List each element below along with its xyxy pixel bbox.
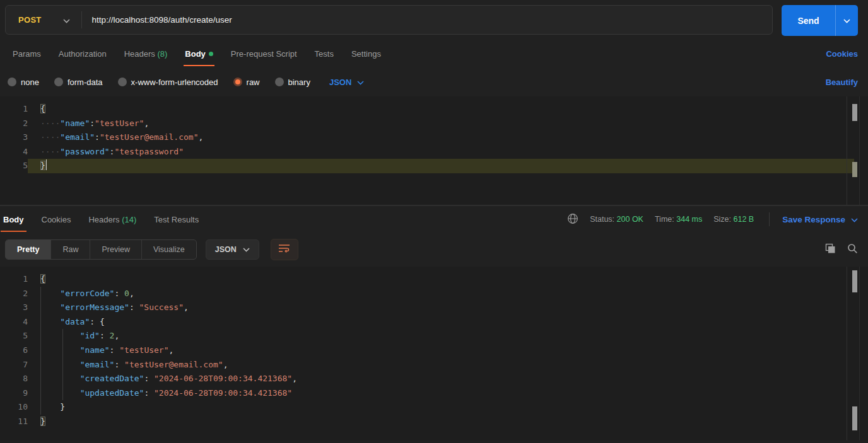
line-number: 2 [0, 117, 28, 131]
copy-button[interactable] [825, 243, 836, 256]
line-number: 1 [0, 102, 28, 117]
search-icon [847, 243, 858, 256]
request-body-editor[interactable]: 1{2····"name":"testUser",3····"email":"t… [0, 96, 868, 205]
line-number: 5 [0, 159, 28, 173]
indent-guide [40, 287, 41, 415]
code-line: 4····"password":"testpassword" [0, 145, 868, 159]
save-response-button[interactable]: Save Response [782, 215, 858, 224]
response-meta-bar: Body Cookies Headers (14) Test Results S… [0, 205, 868, 233]
line-number: 3 [0, 301, 28, 315]
request-code-lines: 1{2····"name":"testUser",3····"email":"t… [0, 96, 868, 173]
word-wrap-button[interactable] [271, 239, 298, 260]
response-tabs: Body Cookies Headers (14) Test Results [0, 207, 208, 233]
view-raw[interactable]: Raw [51, 240, 90, 259]
code-line: 1{ [0, 102, 868, 117]
code-line-content: "data": { [28, 315, 868, 330]
send-button-group: Send [782, 5, 858, 36]
mode-form-data[interactable]: form-data [54, 78, 103, 87]
response-body-editor[interactable]: 1{2 "errorCode": 0,3 "errorMessage": "Su… [0, 267, 868, 440]
code-line-content: ····"name":"testUser", [28, 117, 868, 131]
tab-authorization[interactable]: Authorization [50, 41, 115, 67]
chevron-down-icon [243, 245, 250, 254]
line-number: 9 [0, 386, 28, 401]
code-line-content: } [28, 400, 868, 415]
tab-test-results[interactable]: Test Results [145, 207, 208, 233]
chevron-down-icon [357, 78, 364, 87]
tab-params[interactable]: Params [4, 41, 50, 67]
response-format-dropdown[interactable]: JSON [206, 239, 259, 260]
line-number: 1 [0, 272, 28, 287]
text-cursor [46, 159, 47, 170]
code-line: 5} [0, 159, 868, 173]
mode-x-www-form-urlencoded[interactable]: x-www-form-urlencoded [118, 78, 218, 87]
scrollbar-thumb[interactable] [852, 104, 857, 121]
response-view-toolbar: Pretty Raw Preview Visualize JSON [0, 233, 868, 267]
body-mode-row: none form-data x-www-form-urlencoded raw… [0, 67, 868, 96]
radio-icon [275, 78, 284, 86]
code-line: 2 "errorCode": 0, [0, 287, 868, 301]
url-input[interactable] [82, 6, 772, 34]
method-label: POST [18, 15, 42, 25]
tab-pre-request-script[interactable]: Pre-request Script [222, 41, 306, 67]
size-value: 612 B [734, 215, 754, 224]
headers-count-badge: (8) [157, 49, 167, 59]
code-line-content: "id": 2, [28, 329, 868, 343]
overview-ruler-marker [852, 406, 857, 430]
response-status-area: Status: 200 OK Time: 344 ms Size: 612 B … [567, 212, 858, 226]
chevron-down-icon [843, 16, 850, 25]
view-pretty[interactable]: Pretty [6, 240, 51, 259]
send-button[interactable]: Send [782, 5, 835, 36]
search-button[interactable] [847, 243, 858, 256]
code-line-content: "name": "testUser", [28, 343, 868, 358]
line-number: 4 [0, 145, 28, 159]
code-line-content: ····"email":"testUser@email.com", [28, 130, 868, 145]
code-line-content: ····"password":"testpassword" [28, 145, 868, 159]
chevron-down-icon [851, 215, 858, 224]
tab-headers[interactable]: Headers (8) [115, 41, 177, 67]
active-tab-underline [184, 65, 214, 66]
tab-response-body[interactable]: Body [0, 207, 33, 233]
tab-response-headers[interactable]: Headers (14) [79, 207, 145, 233]
send-options-button[interactable] [835, 5, 858, 36]
view-visualize[interactable]: Visualize [142, 240, 196, 259]
globe-icon[interactable] [567, 213, 578, 226]
code-line: 6 "name": "testUser", [0, 343, 868, 358]
line-number: 6 [0, 343, 28, 358]
tab-settings[interactable]: Settings [343, 41, 390, 67]
mode-raw[interactable]: raw [233, 78, 260, 87]
cookies-link[interactable]: Cookies [826, 49, 858, 59]
time-value: 344 ms [676, 215, 702, 224]
line-number: 2 [0, 287, 28, 301]
body-modified-dot [209, 52, 213, 56]
view-preview[interactable]: Preview [90, 240, 141, 259]
response-tools [825, 243, 858, 256]
scrollbar-thumb[interactable] [852, 270, 857, 292]
beautify-link[interactable]: Beautify [826, 78, 858, 87]
mode-none[interactable]: none [8, 78, 39, 87]
radio-icon [118, 78, 127, 86]
tab-tests[interactable]: Tests [306, 41, 343, 67]
request-tabs: Params Authorization Headers (8) Body Pr… [0, 40, 868, 67]
code-line: 10 } [0, 400, 868, 415]
line-number: 3 [0, 130, 28, 145]
method-dropdown[interactable]: POST [6, 14, 81, 26]
chevron-down-icon [63, 14, 70, 26]
code-line-content: } [28, 415, 868, 429]
url-bar: POST [5, 5, 773, 35]
line-number: 5 [0, 329, 28, 343]
code-line-content: { [28, 272, 868, 287]
body-format-dropdown[interactable]: JSON [329, 78, 364, 87]
tab-body[interactable]: Body [176, 41, 222, 67]
indent-guide [62, 329, 63, 400]
copy-icon [825, 243, 836, 256]
code-line-content: { [28, 102, 868, 117]
code-line-content: "errorMessage": "Success", [28, 301, 868, 315]
overview-ruler-marker [852, 162, 857, 177]
mode-binary[interactable]: binary [275, 78, 310, 87]
code-line: 3 "errorMessage": "Success", [0, 301, 868, 315]
tab-response-cookies[interactable]: Cookies [33, 207, 80, 233]
radio-icon [8, 78, 16, 86]
size-field: Size: 612 B [713, 215, 754, 224]
status-field: Status: 200 OK [590, 215, 643, 224]
time-field: Time: 344 ms [655, 215, 702, 224]
